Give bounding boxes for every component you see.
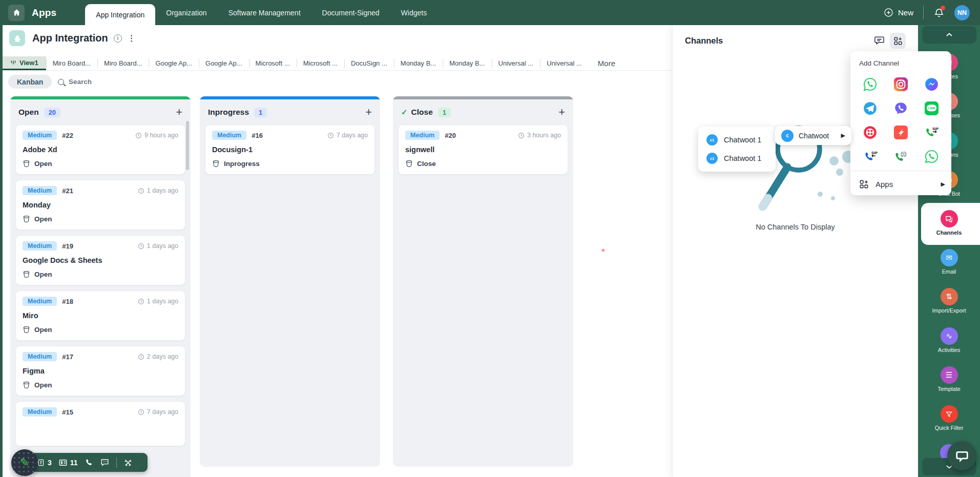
notifications-button[interactable] [933, 7, 945, 18]
priority-badge: Medium [23, 297, 57, 306]
activities-icon: ∿ [941, 327, 958, 345]
sidebar-item-quick-filter[interactable]: Quick Filter [918, 405, 980, 431]
clock-icon [138, 354, 144, 360]
sidebar-item-email[interactable]: ✉ Email [918, 249, 980, 275]
info-icon[interactable]: i [114, 34, 122, 43]
menu-item-apps[interactable]: Apps ▶ [859, 177, 945, 191]
sidebar-scroll-up-button[interactable] [922, 26, 976, 44]
sip-outbound-channel-icon[interactable]: SIP [924, 125, 939, 139]
add-card-button[interactable]: + [365, 107, 372, 118]
submenu-item-chatwoot-2[interactable]: c1 Chatwoot 1 [698, 149, 776, 168]
card-time-label: 3 hours ago [527, 132, 561, 139]
disabled-tool-button[interactable] [123, 458, 133, 467]
card-time: 1 days ago [138, 187, 178, 194]
card-status: Close [405, 160, 561, 168]
view-tab-view1[interactable]: View1 [3, 56, 46, 70]
column-scrollbar[interactable] [186, 121, 189, 170]
submenu-item-chatwoot-1[interactable]: c1 Chatwoot 1 [698, 131, 776, 149]
view-tab-microsoft-2[interactable]: Microsoft ... [297, 56, 344, 70]
kanban-card[interactable]: Medium #18 1 days ago Miro Open [15, 291, 185, 341]
card-status-label: Open [34, 326, 52, 334]
add-card-button[interactable]: + [176, 107, 182, 118]
card-id: #22 [62, 132, 73, 139]
contacts-counter[interactable]: 11 [58, 458, 78, 467]
kanban-view-button[interactable]: Kanban [8, 75, 52, 89]
kanban-card-partial[interactable]: Medium #15 7 days ago [15, 401, 185, 446]
grid-plus-icon [893, 36, 903, 46]
kebab-menu-icon[interactable]: ⋮ [128, 33, 136, 43]
new-button[interactable]: New [884, 8, 913, 17]
voice-call-channel-icon[interactable] [893, 149, 908, 163]
kanban-card[interactable]: Medium #21 1 days ago Monday Open [15, 180, 185, 230]
card-meta-row: Medium #17 2 days ago [23, 352, 178, 361]
chat-dots-icon [100, 458, 110, 467]
nav-tab-software-management[interactable]: Software Management [218, 0, 311, 25]
home-button[interactable] [8, 5, 25, 21]
nav-tab-widgets[interactable]: Widgets [390, 0, 438, 25]
bucket-icon [405, 160, 413, 168]
search-input[interactable] [69, 78, 161, 86]
card-title: Google Docs & Sheets [23, 256, 178, 264]
column-inprogress-header: Inprogress 1 + [200, 99, 380, 123]
whatsapp-business-channel-icon[interactable] [924, 149, 939, 163]
card-title: Monday [23, 201, 178, 209]
search-box[interactable] [58, 75, 161, 89]
view-tab-microsoft-1[interactable]: Microsoft ... [249, 56, 297, 70]
view-tab-miro-board-1[interactable]: Miro Board... [46, 56, 97, 70]
view-tab-universal-2[interactable]: Universal ... [540, 56, 589, 70]
sms-channel-icon[interactable] [893, 125, 908, 139]
sidebar-item-import-export[interactable]: ⇅ Import/Export [918, 288, 980, 314]
whatsapp-channel-icon[interactable] [863, 77, 878, 91]
nav-tab-organization[interactable]: Organization [155, 0, 217, 25]
clock-icon [138, 188, 144, 194]
view-tab-google-ap-1[interactable]: Google Ap... [149, 56, 199, 70]
kanban-card[interactable]: Medium #19 1 days ago Google Docs & Shee… [15, 235, 185, 285]
card-time: 1 days ago [138, 242, 178, 250]
contacts-count: 11 [70, 459, 78, 467]
add-card-button[interactable]: + [558, 107, 565, 118]
card-status: Inprogress [212, 160, 368, 168]
line-channel-icon[interactable]: LINE [924, 101, 939, 115]
nav-tab-app-integration[interactable]: App Integration [85, 4, 155, 25]
telegram-channel-icon[interactable] [863, 101, 878, 115]
comment-icon[interactable] [873, 35, 885, 49]
chatwoot-icon: c [781, 130, 794, 142]
view-tab-miro-board-2[interactable]: Miro Board... [97, 56, 149, 70]
view-tab-google-ap-2[interactable]: Google Ap... [199, 56, 249, 70]
viber-channel-icon[interactable] [893, 101, 908, 115]
view-tab-universal-1[interactable]: Universal ... [492, 56, 540, 70]
phone-tool-button[interactable] [85, 458, 93, 467]
priority-badge: Medium [23, 241, 57, 251]
card-status-label: Close [417, 160, 436, 168]
view-tabs-more-button[interactable]: More [589, 56, 624, 70]
new-button-label: New [898, 8, 913, 17]
kanban-view-icon [10, 59, 16, 66]
sidebar-item-activities[interactable]: ∿ Activities [918, 327, 980, 353]
sip-inbound-channel-icon[interactable]: SIP [863, 149, 878, 163]
kanban-card[interactable]: Medium #22 9 hours ago Adobe Xd Open [15, 125, 185, 175]
priority-badge: Medium [23, 186, 57, 195]
chat-tool-button[interactable] [100, 458, 110, 467]
sidebar-item-label: Import/Export [918, 307, 980, 314]
kanban-card[interactable]: Medium #20 3 hours ago signwell Close [398, 125, 568, 175]
sidebar-item-channels[interactable]: Channels [918, 210, 980, 236]
twilio-channel-icon[interactable] [863, 125, 878, 139]
kanban-card[interactable]: Medium #17 2 days ago Figma Open [15, 346, 185, 396]
add-channel-button[interactable] [890, 33, 906, 49]
user-avatar[interactable]: NN [954, 5, 970, 20]
nav-tab-document-signed[interactable]: Document-Signed [311, 0, 390, 25]
view-tab-docusign[interactable]: DocuSign ... [344, 56, 394, 70]
menu-divider [850, 171, 951, 171]
documents-counter[interactable]: 3 [37, 459, 52, 467]
annotation-widget-button[interactable]: ✎ [11, 449, 38, 476]
document-icon [37, 459, 45, 467]
card-title: Figma [23, 367, 178, 375]
view-tab-monday-2[interactable]: Monday B... [443, 56, 491, 70]
instagram-channel-icon[interactable] [893, 77, 908, 91]
sidebar-item-template[interactable]: ☰ Template [918, 366, 980, 392]
menu-item-chatwoot[interactable]: c Chatwoot ▶ [775, 126, 851, 145]
messenger-channel-icon[interactable] [924, 77, 939, 91]
kanban-card[interactable]: Medium #16 7 days ago Docusign-1 Inprogr… [205, 125, 375, 175]
chat-widget-button[interactable] [947, 441, 976, 470]
view-tab-monday-1[interactable]: Monday B... [394, 56, 443, 70]
